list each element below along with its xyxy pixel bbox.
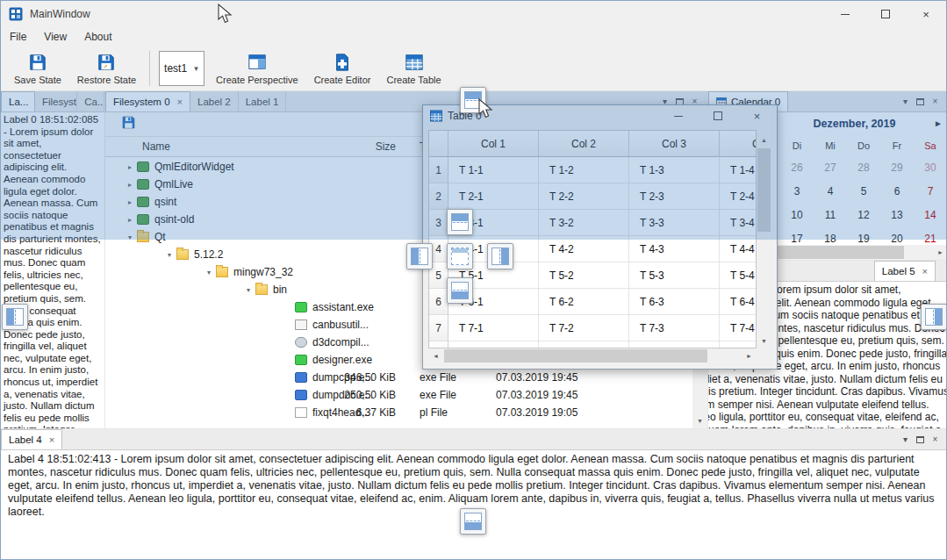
minimize-button[interactable] — [825, 1, 865, 27]
table-row: 5T 5-1T 5-2T 5-3T 5-4 — [429, 262, 756, 289]
table-cell[interactable]: T 8-3 — [629, 341, 720, 348]
table-cell[interactable]: T 7-4 — [720, 315, 757, 341]
tab-label: Label 4 — [9, 434, 42, 445]
table-row: 4T 4-1T 4-2T 4-3T 4-4 — [429, 236, 756, 262]
table-icon — [405, 52, 424, 72]
menubar: FileViewAbout — [1, 27, 946, 47]
scroll-down-icon[interactable]: ▼ — [757, 334, 771, 348]
drop-indicator-container-left[interactable] — [2, 304, 28, 330]
float-icon — [916, 436, 924, 443]
table-cell[interactable]: T 7-2 — [539, 315, 629, 341]
file-type: exe File — [420, 371, 456, 384]
drop-indicator-area-bottom[interactable] — [447, 277, 473, 304]
mouse-cursor-secondary — [218, 4, 233, 25]
editor-icon — [333, 52, 352, 72]
folder-icon — [216, 267, 228, 277]
table-cell[interactable]: T 4-2 — [539, 236, 629, 262]
table-cell[interactable]: T 5-2 — [539, 262, 629, 289]
file-type: exe File — [420, 389, 456, 401]
dock-close-button[interactable]: × — [928, 432, 943, 447]
menu-view[interactable]: View — [35, 27, 75, 47]
restore-state-button[interactable]: Restore State — [69, 48, 144, 90]
table-cell[interactable]: T 7-1 — [448, 315, 539, 341]
save-state-button[interactable]: Save State — [6, 48, 69, 90]
file-date: 07.03.2019 19:05 — [496, 406, 578, 419]
drop-area-preview-overlay — [1, 91, 947, 240]
chevron-down-icon: ▾ — [190, 52, 202, 85]
tree-item-fixqt4head[interactable]: fixqt4head...6,37 KiBpl File07.03.2019 1… — [105, 404, 692, 421]
table-cell[interactable]: T 8-4 — [720, 341, 757, 348]
table-cell[interactable]: T 8-1 — [448, 341, 539, 348]
tree-item-dumpcpp-e[interactable]: dumpcpp.e...346,50 KiBexe File07.03.2019… — [105, 369, 692, 386]
table-cell[interactable]: T 4-4 — [720, 236, 757, 262]
create-table-label: Create Table — [386, 75, 441, 85]
table-cell[interactable]: T 6-3 — [629, 289, 720, 315]
expander-expanded-icon[interactable]: ▾ — [202, 269, 216, 276]
drop-indicator-area-left[interactable] — [406, 243, 433, 269]
scrollbar-thumb[interactable] — [444, 349, 707, 363]
scroll-right-icon[interactable]: ► — [742, 348, 757, 363]
close-icon: × — [922, 9, 929, 20]
drop-indicator-container-right[interactable] — [921, 304, 947, 330]
expander-expanded-icon[interactable]: ▾ — [241, 286, 255, 294]
drop-indicator-area-center[interactable] — [447, 243, 473, 269]
main-window: MainWindow × FileViewAbout Save State Re… — [0, 0, 947, 560]
label4-dock-body: Label 4 18:51:02:413 - Lorem ipsum dolor… — [1, 450, 947, 560]
tree-item-dumpdoc-e[interactable]: dumpdoc.e...250,50 KiBexe File07.03.2019… — [105, 386, 692, 404]
close-icon[interactable]: × — [922, 267, 928, 276]
dock-float-button[interactable] — [913, 432, 928, 447]
qt-app-icon — [295, 302, 307, 312]
create-perspective-button[interactable]: Create Perspective — [208, 48, 306, 90]
perspective-combo[interactable]: test1 ▾ — [159, 51, 204, 86]
create-table-button[interactable]: Create Table — [378, 48, 448, 90]
label4-dock: Label 4 × ▾ × Label 4 18:51:02:413 - Lor… — [1, 429, 947, 560]
file-name: mingw73_32 — [233, 266, 293, 278]
file-size: 346,50 KiB — [299, 371, 396, 384]
table-cell[interactable]: T 6-2 — [539, 289, 629, 315]
expander-expanded-icon[interactable]: ▾ — [162, 251, 176, 259]
file-date: 07.03.2019 19:45 — [496, 371, 578, 384]
minimize-icon — [841, 14, 850, 15]
label4-dock-buttons: ▾ × — [898, 429, 947, 449]
maximize-button[interactable] — [865, 1, 906, 27]
scroll-right-icon[interactable]: ► — [933, 245, 947, 260]
drop-indicator-container-bottom[interactable] — [460, 508, 486, 535]
row-header[interactable]: 8 — [429, 341, 448, 348]
scroll-left-icon[interactable]: ◄ — [428, 348, 443, 363]
tab-label-5[interactable]: Label 5 × — [874, 261, 936, 281]
table-cell[interactable]: T 6-4 — [720, 289, 757, 315]
menu-file[interactable]: File — [1, 27, 35, 47]
close-button[interactable]: × — [906, 1, 946, 27]
window-controls: × — [825, 1, 946, 27]
maximize-icon — [881, 10, 890, 18]
scroll-down-icon[interactable]: ▼ — [692, 413, 707, 428]
create-editor-button[interactable]: Create Editor — [306, 48, 379, 90]
close-icon[interactable]: × — [49, 435, 54, 445]
label4-dock-tabbar: Label 4 × ▾ × — [1, 429, 947, 450]
qt-app-icon — [295, 355, 307, 365]
table-cell[interactable]: T 8-2 — [539, 341, 629, 348]
create-perspective-label: Create Perspective — [216, 75, 298, 85]
table-cell[interactable]: T 4-3 — [629, 236, 720, 262]
file-name: canbusutil... — [312, 319, 369, 331]
row-header[interactable]: 6 — [429, 289, 448, 315]
drop-indicator-area-right[interactable] — [487, 243, 513, 269]
mouse-cursor — [478, 98, 494, 119]
file-name: designer.exe — [312, 354, 372, 366]
app-icon — [9, 7, 23, 21]
toolbar-separator — [149, 51, 150, 86]
table0-hscrollbar[interactable]: ◄ ► — [428, 348, 757, 363]
folder-icon — [255, 284, 268, 295]
file-name: d3dcompil... — [312, 336, 369, 348]
table-cell[interactable]: T 5-4 — [720, 262, 757, 289]
file-name: bin — [273, 284, 287, 296]
perspective-icon — [248, 52, 267, 72]
menu-about[interactable]: About — [75, 27, 120, 47]
drop-indicator-area-top[interactable] — [447, 209, 473, 235]
row-header[interactable]: 7 — [429, 315, 448, 341]
table-cell[interactable]: T 7-3 — [629, 315, 720, 341]
tab-label-4[interactable]: Label 4 × — [1, 429, 62, 449]
titlebar: MainWindow × — [1, 1, 946, 27]
table-cell[interactable]: T 5-3 — [629, 262, 720, 289]
dock-menu-button[interactable]: ▾ — [898, 432, 913, 447]
